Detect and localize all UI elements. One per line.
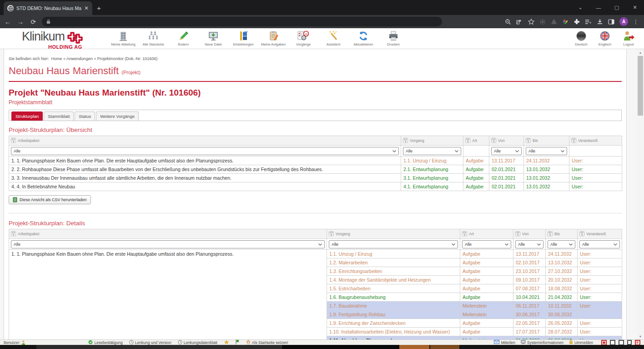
filter-select-arbeitspaket[interactable]: Alle bbox=[11, 147, 399, 155]
column-header-bis: Bis bbox=[546, 229, 578, 239]
filter-select-bis[interactable]: Alle bbox=[548, 240, 575, 248]
toolbar-item-settings-cubes[interactable]: Einstellungen bbox=[228, 29, 258, 46]
filter-funnel-icon[interactable] bbox=[548, 230, 553, 238]
table-row[interactable]: 4. 4. In Betriebnahme Neubau4.1. Entwurf… bbox=[9, 182, 622, 191]
filter-funnel-icon[interactable] bbox=[526, 137, 531, 145]
window-close-button[interactable]: ✕ bbox=[626, 0, 644, 15]
language-item-deutsch[interactable]: Deutsch bbox=[571, 29, 591, 46]
tab-status[interactable]: Status bbox=[75, 111, 95, 121]
statusbar-item-read-confirm[interactable]: Lesebestätigung bbox=[88, 340, 122, 345]
logo-subtext: HOLDING AG bbox=[48, 44, 111, 50]
column-header-vorgang: Vorgang bbox=[401, 136, 463, 146]
column-header-arbeitspaket: Arbeitspaket bbox=[9, 136, 401, 146]
back-button[interactable]: ← bbox=[4, 18, 12, 25]
version-clock-icon bbox=[129, 340, 134, 345]
department-building-icon bbox=[117, 30, 129, 42]
filter-select-arbeitspaket[interactable]: Alle bbox=[11, 240, 325, 248]
layout-square-3[interactable] bbox=[619, 340, 624, 345]
statusbar-item-datasheet-clock[interactable]: Lenkungsdatenblatt bbox=[178, 340, 217, 345]
statusbar-item-label: Lenkungsdatenblatt bbox=[184, 340, 217, 345]
toolbar-item-new-file-monitor[interactable]: Neue Datei bbox=[198, 29, 228, 46]
toolbar-item-tasks-clipboard[interactable]: Meine Aufgaben bbox=[258, 29, 288, 46]
filter-select-vorgang[interactable]: Alle bbox=[403, 147, 461, 155]
toolbar-item-edit-pencil[interactable]: Ändern bbox=[168, 29, 198, 46]
page-scrollbar[interactable]: ▲ ▼ bbox=[637, 49, 644, 339]
layout-square-1[interactable] bbox=[601, 340, 607, 345]
filter-funnel-icon[interactable] bbox=[403, 137, 408, 145]
toolbar-item-label: Neue Datei bbox=[205, 42, 222, 46]
tab-search-chevron-icon[interactable]: ⌄ bbox=[571, 0, 589, 15]
filter-select-art[interactable]: Alle bbox=[462, 240, 511, 248]
window-maximize-button[interactable]: ▢ bbox=[608, 0, 626, 15]
cell-bis: 10.11.2032 bbox=[546, 302, 578, 310]
statusbar-item-gold-star[interactable] bbox=[224, 340, 229, 345]
table-row[interactable]: 2. 2. Rohbauphase Diese Phase umfasst al… bbox=[9, 165, 622, 174]
extension-pinwheel-icon[interactable] bbox=[562, 19, 569, 25]
tab-weitere-vorgänge[interactable]: Weitere Vorgänge bbox=[96, 111, 139, 121]
filter-funnel-icon[interactable] bbox=[571, 137, 576, 145]
tab-stammblatt[interactable]: Stammblatt bbox=[44, 111, 74, 121]
extensions-puzzle-icon[interactable] bbox=[574, 19, 580, 25]
statusbar-item-mail-envelope[interactable]: Mitteilen bbox=[494, 340, 515, 345]
scrollbar-up-icon[interactable]: ▲ bbox=[637, 49, 644, 56]
filter-funnel-icon[interactable] bbox=[491, 137, 496, 145]
forward-button[interactable]: → bbox=[16, 18, 25, 25]
filter-funnel-icon[interactable] bbox=[329, 230, 334, 238]
layout-square-4[interactable] bbox=[627, 340, 632, 345]
scrollbar-thumb[interactable] bbox=[638, 56, 643, 116]
scrollbar-down-icon[interactable]: ▼ bbox=[637, 333, 644, 339]
table-row[interactable]: 1. 1. Planungsphase Kein Bauen ohne Plan… bbox=[9, 157, 622, 165]
cell-von: 02.01.2021 bbox=[489, 182, 524, 191]
zoom-icon[interactable] bbox=[505, 19, 511, 25]
window-minimize-button[interactable]: — bbox=[589, 0, 608, 15]
extension-gear-icon[interactable] bbox=[539, 19, 546, 25]
statusbar-item-version-clock[interactable]: Lenkung und Version bbox=[129, 340, 171, 345]
cell-vorgang: 1.2. Malerarbeiten bbox=[327, 258, 460, 267]
toolbar-item-printer[interactable]: Drucken bbox=[378, 29, 408, 46]
toolbar-item-org-chart[interactable]: Alle Standorte bbox=[138, 29, 168, 46]
new-tab-button[interactable]: + bbox=[97, 4, 101, 12]
statusbar-item-home[interactable]: Als Startseite setzen! bbox=[246, 340, 288, 345]
table-row[interactable]: 3. 3. Innenausbau Der Innenausbau umfass… bbox=[9, 174, 622, 182]
menu-kebab-icon[interactable]: ⋮ bbox=[633, 19, 639, 25]
download-icon[interactable] bbox=[597, 19, 603, 25]
toolbar-item-department-building[interactable]: Meine Abteilung bbox=[108, 29, 138, 46]
filter-select-vorgang[interactable]: Alle bbox=[329, 240, 458, 248]
reload-button[interactable]: ⟳ bbox=[29, 18, 37, 25]
breadcrumb-path[interactable]: Home » Anwendungen » Projektmonitor (Dok… bbox=[51, 56, 158, 61]
table-row[interactable]: 1. 1. Planungsphase Kein Bauen ohne Plan… bbox=[9, 250, 622, 258]
filter-select-bis[interactable]: Alle bbox=[526, 147, 567, 155]
filter-funnel-icon[interactable] bbox=[515, 230, 520, 238]
toolbar-item-refresh-arrows[interactable]: Aktualisieren bbox=[348, 29, 378, 46]
language-item-englisch[interactable]: Englisch bbox=[595, 29, 615, 46]
language-item-logout[interactable]: Logout bbox=[619, 29, 639, 46]
filter-funnel-icon[interactable] bbox=[462, 230, 467, 238]
statusbar-item-system-info[interactable]: Systeminformationen bbox=[521, 340, 564, 345]
toolbar-item-processes-doc[interactable]: 2020Vorgänge bbox=[288, 29, 318, 46]
tab-strukturplan[interactable]: Strukturplan bbox=[11, 111, 43, 121]
cell-verantwortl: User: bbox=[578, 336, 622, 340]
reading-list-icon[interactable] bbox=[585, 19, 592, 25]
cell-bis: 31.03.2032 bbox=[546, 336, 578, 340]
bookmark-star-icon[interactable] bbox=[528, 19, 534, 25]
layout-square-5[interactable]: E bbox=[635, 340, 640, 345]
share-icon[interactable] bbox=[516, 19, 523, 25]
filter-select-von[interactable]: Alle bbox=[515, 240, 543, 248]
csv-file-icon bbox=[13, 197, 17, 202]
filter-funnel-icon[interactable] bbox=[11, 137, 16, 145]
browser-tab[interactable]: STD DEMO: Neubau Haus Marien ✕ bbox=[4, 1, 92, 15]
filter-select-verantwortl[interactable]: Alle bbox=[579, 240, 620, 248]
cell-vorgang: 1.9. Errichtung der Zwischendecken bbox=[327, 319, 460, 328]
tab-close-icon[interactable]: ✕ bbox=[84, 5, 89, 11]
filter-select-von[interactable]: Alle bbox=[491, 147, 522, 155]
layout-square-2[interactable] bbox=[610, 340, 615, 345]
csv-download-button[interactable]: Diese Ansicht als CSV herunterladen bbox=[9, 195, 91, 204]
filter-funnel-icon[interactable] bbox=[465, 137, 470, 145]
toolbar-item-assistant-wand[interactable]: Assistent bbox=[318, 29, 348, 46]
profile-avatar[interactable]: A bbox=[619, 17, 628, 26]
filter-funnel-icon[interactable] bbox=[579, 230, 584, 238]
side-panel-icon[interactable] bbox=[608, 19, 614, 25]
filter-funnel-icon[interactable] bbox=[11, 230, 16, 238]
extension-recycle-icon[interactable] bbox=[551, 19, 557, 25]
address-bar[interactable] bbox=[42, 17, 442, 26]
